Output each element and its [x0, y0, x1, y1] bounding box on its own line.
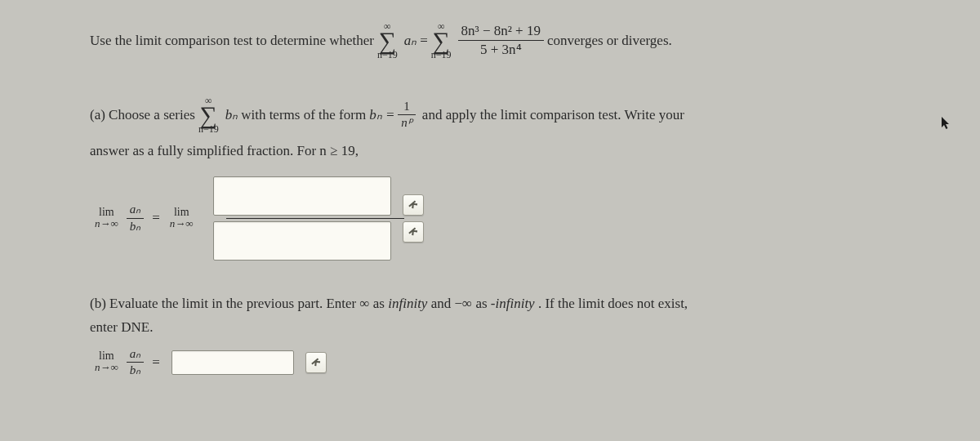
sum-symbol-3: ∞ ∑ n=19: [198, 94, 219, 136]
intro-text-1: Use the limit comparison test to determi…: [90, 30, 374, 51]
an-term: aₙ: [404, 30, 417, 51]
sum-symbol-2: ∞ ∑ n=19: [431, 20, 452, 61]
infinity-word: infinity: [388, 296, 427, 311]
equals-a: =: [152, 207, 160, 229]
part-b: (b) Evaluate the limit in the previous p…: [90, 293, 898, 338]
lim-1: lim n→∞: [95, 207, 118, 229]
main-fraction: 8n³ − 8n² + 19 5 + 3n⁴: [458, 22, 544, 59]
bn-fraction: 1 nᵖ: [398, 99, 416, 131]
bn-eq: bₙ =: [369, 105, 394, 126]
lim-2: lim n→∞: [170, 207, 194, 229]
part-b-text-3: . If the limit does not exist,: [538, 296, 688, 311]
equation-a: lim n→∞ aₙ bₙ = lim n→∞: [90, 176, 898, 261]
bn-term: bₙ: [225, 105, 238, 126]
part-a-label: (a) Choose a series: [90, 105, 195, 126]
part-b-text-4: enter DNE.: [90, 317, 898, 338]
equation-b: lim n→∞ aₙ bₙ =: [90, 346, 898, 379]
preview-button-denominator[interactable]: [403, 221, 424, 243]
part-a: (a) Choose a series ∞ ∑ n=19 bₙ with ter…: [90, 94, 898, 162]
part-b-text-2: and −∞ as: [431, 296, 491, 311]
denominator-input[interactable]: [213, 221, 391, 261]
limit-value-input[interactable]: [172, 350, 294, 375]
neg-infinity-word: -infinity: [491, 296, 535, 311]
part-a-text-2: and apply the limit comparison test. Wri…: [422, 105, 684, 126]
sum-symbol-1: ∞ ∑ n=19: [377, 20, 398, 61]
an-over-bn-b: aₙ bₙ: [127, 346, 145, 379]
an-over-bn-1: aₙ bₙ: [127, 202, 145, 234]
equals-1: =: [420, 30, 428, 51]
part-a-text-3: answer as a fully simplified fraction. F…: [90, 140, 898, 162]
lim-b: lim n→∞: [95, 350, 118, 373]
equals-b: =: [152, 352, 160, 373]
preview-button-numerator[interactable]: [403, 194, 424, 216]
part-a-text-1: with terms of the form: [241, 105, 366, 126]
problem-statement: Use the limit comparison test to determi…: [90, 20, 898, 61]
part-b-text-1: (b) Evaluate the limit in the previous p…: [90, 296, 388, 311]
preview-button-limit[interactable]: [305, 352, 327, 373]
mouse-cursor-icon: [941, 116, 951, 137]
numerator-input[interactable]: [213, 176, 391, 216]
intro-text-2: converges or diverges.: [547, 30, 672, 51]
